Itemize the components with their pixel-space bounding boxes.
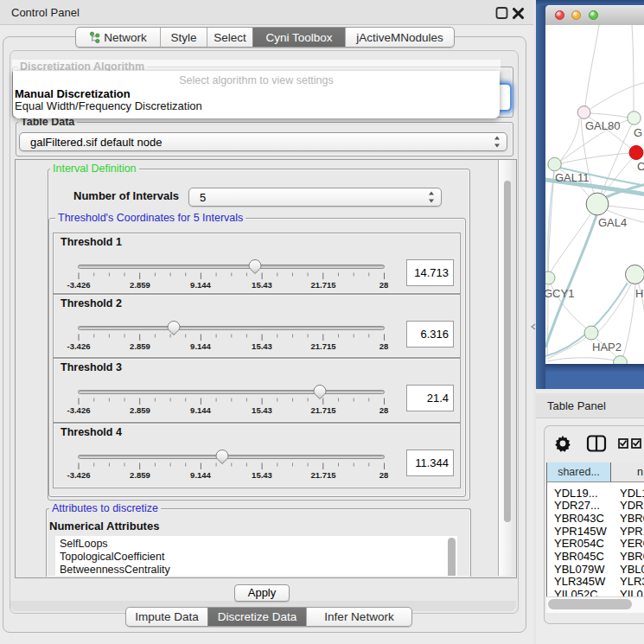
svg-text:GAL80: GAL80 [585, 119, 620, 132]
svg-text:C: C [637, 160, 644, 173]
svg-text:H: H [635, 287, 643, 300]
svg-text:GCY1: GCY1 [545, 287, 574, 300]
svg-text:HAP2: HAP2 [592, 341, 622, 354]
svg-text:GAL11: GAL11 [555, 171, 590, 184]
svg-text:G: G [634, 126, 642, 139]
svg-text:GAL4: GAL4 [598, 216, 627, 229]
